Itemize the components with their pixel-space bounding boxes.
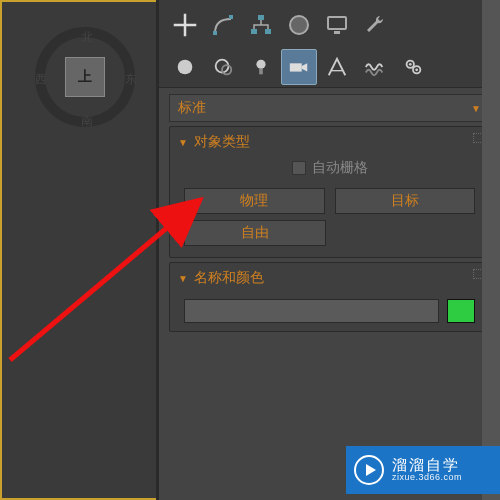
autogrid-label: 自动栅格	[312, 159, 368, 177]
watermark-url: zixue.3d66.com	[392, 473, 462, 483]
create-tab[interactable]	[167, 7, 203, 43]
svg-rect-8	[334, 31, 340, 34]
watermark: 溜溜自学 zixue.3d66.com	[346, 446, 500, 494]
rollup-toggle-icon: ▼	[178, 137, 188, 148]
svg-rect-7	[328, 17, 346, 29]
create-category-row	[159, 46, 500, 88]
object-name-input[interactable]	[184, 299, 439, 323]
name-color-header[interactable]: ▼ 名称和颜色	[170, 263, 489, 293]
object-color-swatch[interactable]	[447, 299, 475, 323]
motion-tab[interactable]	[281, 7, 317, 43]
lights-category[interactable]	[243, 49, 279, 85]
svg-rect-2	[258, 15, 264, 20]
svg-rect-14	[290, 63, 302, 71]
viewcube-east-label: 东	[125, 71, 137, 88]
svg-point-17	[409, 62, 412, 65]
svg-rect-3	[251, 29, 257, 34]
svg-point-18	[415, 68, 418, 71]
helpers-category[interactable]	[319, 49, 355, 85]
rollup-toggle-icon: ▼	[178, 273, 188, 284]
viewcube[interactable]: 上 北 南 东 西	[35, 27, 135, 127]
svg-point-9	[178, 59, 193, 74]
autogrid-row: 自动栅格	[170, 157, 489, 185]
autogrid-checkbox[interactable]	[292, 161, 306, 175]
viewcube-west-label: 西	[35, 71, 47, 88]
panel-scrollbar[interactable]	[482, 0, 500, 500]
cameras-category[interactable]	[281, 49, 317, 85]
spacewarps-category[interactable]	[357, 49, 393, 85]
chevron-down-icon: ▼	[471, 103, 481, 114]
svg-rect-13	[259, 68, 263, 74]
target-camera-button[interactable]: 目标	[335, 188, 476, 214]
object-type-title: 对象类型	[194, 133, 250, 151]
viewcube-top-face[interactable]: 上	[65, 57, 105, 97]
hierarchy-tab[interactable]	[243, 7, 279, 43]
viewport: 上 北 南 东 西	[0, 0, 156, 500]
viewcube-north-label: 北	[81, 29, 93, 46]
svg-rect-0	[213, 31, 217, 35]
utilities-tab[interactable]	[357, 7, 393, 43]
watermark-title: 溜溜自学	[392, 457, 462, 474]
subcategory-dropdown[interactable]: 标准 ▼	[169, 94, 490, 122]
object-type-rollout: ▼ 对象类型 自动栅格 物理 目标 自由	[169, 126, 490, 258]
svg-point-12	[256, 59, 265, 68]
name-color-rollout: ▼ 名称和颜色	[169, 262, 490, 332]
name-color-title: 名称和颜色	[194, 269, 264, 287]
shapes-category[interactable]	[205, 49, 241, 85]
systems-category[interactable]	[395, 49, 431, 85]
physical-camera-button[interactable]: 物理	[184, 188, 325, 214]
free-camera-button[interactable]: 自由	[184, 220, 326, 246]
object-type-header[interactable]: ▼ 对象类型	[170, 127, 489, 157]
command-panel: 标准 ▼ ▼ 对象类型 自动栅格 物理 目标 自由 ▼ 名称和颜色	[156, 0, 500, 500]
play-icon	[354, 455, 384, 485]
svg-rect-1	[229, 15, 233, 19]
dropdown-selected-label: 标准	[178, 99, 206, 117]
modify-tab[interactable]	[205, 7, 241, 43]
viewcube-south-label: 南	[81, 113, 93, 130]
command-panel-tabs	[159, 0, 500, 46]
display-tab[interactable]	[319, 7, 355, 43]
svg-rect-4	[265, 29, 271, 34]
geometry-category[interactable]	[167, 49, 203, 85]
